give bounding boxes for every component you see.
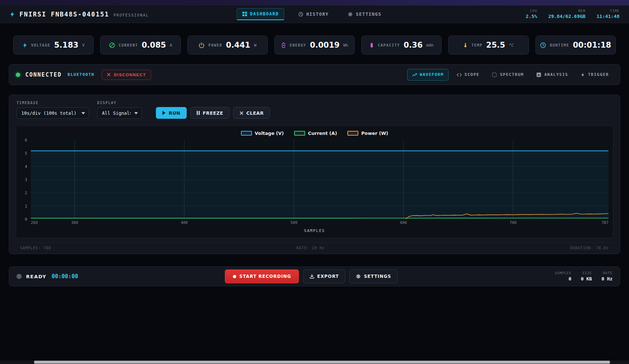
recorder-stat-value: 0 xyxy=(555,276,571,282)
chart-status-bar: SAMPLES: 788 RATE: 10 Hz DURATION: 78.8s xyxy=(15,242,614,254)
tab-history-label: HISTORY xyxy=(306,12,329,17)
view-tab-analysis[interactable]: ANALYSIS xyxy=(532,69,573,80)
display-label: DISPLAY xyxy=(97,101,142,105)
metric-unit: °C xyxy=(509,43,513,48)
x-tick-label: 400 xyxy=(181,220,188,225)
connection-panel: CONNECTED BLUETOOTH DISCONNECT WAVEFORM … xyxy=(9,64,620,85)
recorder-stat-label: SIZE xyxy=(581,271,592,275)
display-select[interactable]: All Signals xyxy=(97,107,142,119)
start-recording-button[interactable]: START RECORDING xyxy=(225,269,299,283)
timebase-select[interactable]: 10s/div (100s total) xyxy=(17,107,89,119)
gear-icon xyxy=(348,12,353,17)
recorder-stat-value: 0 Hz xyxy=(601,276,612,282)
metric-unit: A xyxy=(170,43,172,48)
metric-label: VOLTAGE xyxy=(31,43,51,47)
recorder-panel: READY 00:00:00 START RECORDING EXPORT SE… xyxy=(9,266,620,286)
y-tick-label: 0 xyxy=(25,217,27,221)
thermometer-icon xyxy=(463,42,468,48)
close-icon xyxy=(107,73,111,77)
y-axis-labels: 0123456 xyxy=(21,140,29,219)
scan-box-icon xyxy=(492,72,497,77)
view-tab-label: ANALYSIS xyxy=(544,72,568,77)
battery-icon xyxy=(369,42,374,48)
y-tick-label: 6 xyxy=(25,138,27,142)
tab-settings-label: SETTINGS xyxy=(356,12,381,17)
recorder-settings-button[interactable]: SETTINGS xyxy=(350,269,398,283)
metric-unit: mAh xyxy=(426,43,434,48)
freeze-label: FREEZE xyxy=(203,110,223,116)
freeze-button[interactable]: FREEZE xyxy=(190,107,230,119)
waveform-trend-icon xyxy=(412,72,417,77)
run-label: RUN xyxy=(169,110,180,116)
view-tab-label: SCOPE xyxy=(465,72,480,77)
app-badge: PROFESSIONAL xyxy=(114,13,149,17)
metric-cards-row: VOLTAGE 5.183 V CURRENT 0.085 A POWER 0.… xyxy=(13,36,616,55)
clear-label: CLEAR xyxy=(246,110,264,116)
tab-dashboard[interactable]: DASHBOARD xyxy=(237,8,285,20)
y-tick-label: 3 xyxy=(25,177,27,182)
stat-cpu: CPU 2.5% xyxy=(526,9,537,19)
recorder-stat-value: 0 KB xyxy=(581,276,592,282)
code-brackets-icon xyxy=(457,73,462,77)
display-control: DISPLAY All Signals xyxy=(97,101,142,119)
metric-unit: V xyxy=(82,43,85,48)
export-button[interactable]: EXPORT xyxy=(303,269,345,283)
timebase-label: TIMEBASE xyxy=(17,101,89,105)
x-tick-label: 500 xyxy=(290,220,297,225)
recorder-stat-rate: RATE 0 Hz xyxy=(601,271,612,282)
disconnect-button[interactable]: DISCONNECT xyxy=(102,70,151,80)
current-circle-icon xyxy=(109,42,115,48)
record-dot-icon xyxy=(233,275,237,279)
view-tab-trigger[interactable]: TRIGGER xyxy=(576,69,613,80)
bar-chart-icon xyxy=(536,72,541,77)
system-stats: CPU 2.5% MEM 29.84/62.69GB TIME 11:41:48 xyxy=(526,9,619,19)
legend-label: Voltage (V) xyxy=(255,130,284,136)
clear-button[interactable]: CLEAR xyxy=(233,107,270,119)
x-tick-label: 600 xyxy=(400,220,407,225)
trigger-bolt-icon xyxy=(581,72,585,77)
view-tab-waveform[interactable]: WAVEFORM xyxy=(407,69,449,81)
clock-icon xyxy=(540,42,546,48)
bolt-icon xyxy=(22,42,28,48)
stat-cpu-value: 2.5% xyxy=(526,14,537,19)
recorder-actions: START RECORDING EXPORT SETTINGS xyxy=(225,269,398,283)
plot-area[interactable] xyxy=(31,140,608,219)
legend-swatch-icon xyxy=(347,131,358,136)
export-label: EXPORT xyxy=(317,274,339,279)
legend-item[interactable]: Current (A) xyxy=(294,130,337,136)
samples-count: SAMPLES: 788 xyxy=(20,246,51,250)
run-button[interactable]: RUN xyxy=(156,107,187,119)
recorder-status-dot xyxy=(17,274,22,279)
y-tick-label: 1 xyxy=(25,204,27,208)
chart-legend: Voltage (V)Current (A)Power (W) xyxy=(21,129,608,140)
recorder-timer: 00:00:00 xyxy=(52,273,78,280)
metric-value: 00:01:18 xyxy=(573,41,611,49)
horizontal-scrollbar[interactable] xyxy=(0,360,629,364)
recorder-stat-label: RATE xyxy=(601,271,612,275)
metric-value: 0.36 xyxy=(404,41,423,49)
pause-icon xyxy=(197,111,200,115)
legend-item[interactable]: Voltage (V) xyxy=(241,130,284,136)
x-tick-label: 260 xyxy=(31,220,38,225)
view-tab-spectrum[interactable]: SPECTRUM xyxy=(487,69,528,80)
scrollbar-thumb[interactable] xyxy=(34,361,610,364)
metric-label: ENERGY xyxy=(290,43,306,47)
metric-card-temp: TEMP 25.5 °C xyxy=(448,36,529,55)
stat-cpu-label: CPU xyxy=(526,9,537,13)
timebase-select-wrap: 10s/div (100s total) xyxy=(17,107,89,119)
y-tick-label: 5 xyxy=(25,151,27,155)
view-tab-scope[interactable]: SCOPE xyxy=(452,69,484,80)
connection-status-dot xyxy=(16,73,20,77)
start-recording-label: START RECORDING xyxy=(239,274,291,279)
metric-label: RUNTIME xyxy=(550,43,569,47)
tab-history[interactable]: HISTORY xyxy=(293,9,334,20)
dashboard-grid-icon xyxy=(242,11,247,16)
connection-transport: BLUETOOTH xyxy=(67,72,94,77)
legend-label: Power (W) xyxy=(361,130,388,136)
metric-label: TEMP xyxy=(471,43,482,47)
timebase-control: TIMEBASE 10s/div (100s total) xyxy=(17,101,89,119)
tab-settings[interactable]: SETTINGS xyxy=(343,9,387,20)
waveform-controls: TIMEBASE 10s/div (100s total) DISPLAY Al… xyxy=(15,100,614,120)
legend-item[interactable]: Power (W) xyxy=(347,130,388,136)
x-axis-title: SAMPLES xyxy=(21,227,608,237)
